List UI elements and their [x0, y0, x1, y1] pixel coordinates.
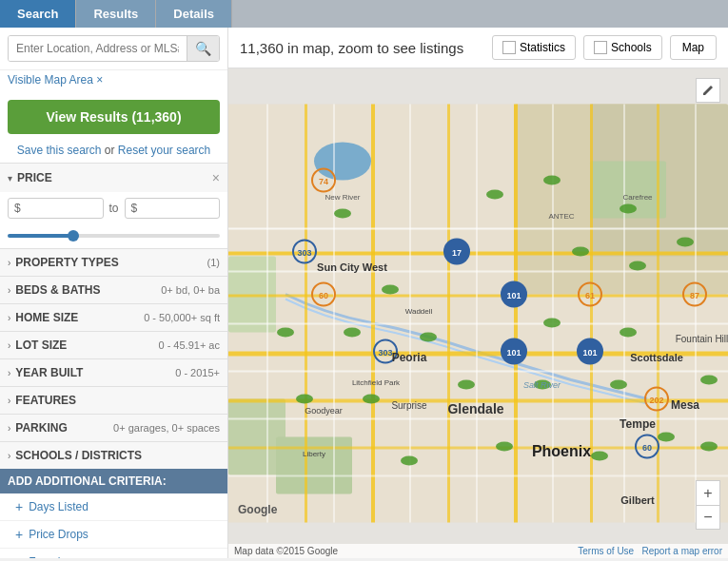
svg-text:60: 60: [642, 443, 652, 453]
reset-search-link[interactable]: Reset your search: [118, 144, 210, 157]
svg-point-3: [314, 143, 371, 181]
svg-text:Tempe: Tempe: [620, 417, 656, 431]
svg-rect-18: [657, 105, 659, 523]
svg-text:New River: New River: [325, 193, 361, 202]
filter-schools-title: SCHOOLS / DISTRICTS: [15, 449, 220, 462]
add-criteria-header: ADD ADDITIONAL CRITERIA:: [0, 469, 227, 493]
svg-point-78: [629, 261, 646, 271]
price-to-input[interactable]: [139, 202, 196, 215]
svg-rect-17: [590, 105, 593, 523]
report-link[interactable]: Report a map error: [642, 546, 722, 556]
tab-results[interactable]: Results: [76, 0, 156, 28]
price-range-slider[interactable]: [8, 234, 220, 238]
filter-price-title: PRICE: [17, 171, 208, 184]
svg-rect-29: [552, 105, 554, 523]
tab-details[interactable]: Details: [156, 0, 232, 28]
statistics-button[interactable]: Statistics: [492, 35, 576, 60]
svg-point-91: [658, 433, 675, 442]
top-tabs: Search Results Details: [0, 0, 728, 28]
svg-point-93: [496, 442, 513, 452]
filter-lot-size-header[interactable]: › LOT SIZE 0 - 45.91+ ac: [0, 332, 227, 358]
filter-parking-title: PARKING: [15, 421, 113, 435]
svg-text:Salt River: Salt River: [523, 380, 561, 390]
svg-rect-21: [228, 323, 728, 325]
map-edit-button[interactable]: [696, 78, 720, 103]
filter-home-size-header[interactable]: › HOME SIZE 0 - 50,000+ sq ft: [0, 304, 227, 331]
svg-text:Glendale: Glendale: [447, 401, 503, 416]
criteria-foreclosures[interactable]: Foreclosures: [0, 549, 227, 558]
map-svg: 60 303 303 74 17 101 101 101 61 202: [228, 68, 728, 558]
price-inputs: $ to $: [0, 192, 227, 224]
svg-text:Liberty: Liberty: [303, 450, 325, 458]
terms-link[interactable]: Terms of Use: [578, 546, 634, 556]
svg-rect-13: [305, 105, 307, 523]
visible-map-area: Visible Map Area ×: [0, 70, 227, 92]
filter-features-header[interactable]: › FEATURES: [0, 387, 227, 414]
svg-text:ANTEC: ANTEC: [548, 212, 574, 221]
map-container[interactable]: 60 303 303 74 17 101 101 101 61 202: [228, 68, 728, 558]
map-count-label: 11,360 in map, zoom to see listings: [240, 40, 484, 56]
svg-point-94: [401, 456, 418, 466]
svg-point-74: [486, 190, 503, 200]
svg-point-88: [610, 380, 627, 390]
view-results-button[interactable]: View Results (11,360): [8, 100, 220, 134]
filter-year-built: › YEAR BUILT 0 - 2015+: [0, 358, 227, 386]
filter-property-types-header[interactable]: › PROPERTY TYPES (1): [0, 249, 227, 276]
sidebar: 🔍 Visible Map Area × View Results (11,36…: [0, 28, 228, 558]
filter-price: ▾ PRICE × $ to $: [0, 163, 227, 248]
svg-rect-25: [266, 105, 268, 523]
svg-text:Google: Google: [238, 503, 278, 516]
svg-rect-16: [514, 105, 518, 523]
chevron-right-icon-7: ›: [8, 423, 10, 434]
svg-text:Phoenix: Phoenix: [532, 443, 591, 459]
svg-point-76: [620, 204, 637, 214]
filter-beds-baths-value: 0+ bd, 0+ ba: [161, 284, 220, 296]
criteria-price-drops[interactable]: Price Drops: [0, 521, 227, 549]
filter-property-types-title: PROPERTY TYPES: [15, 256, 207, 269]
svg-text:Carefree: Carefree: [622, 193, 653, 202]
search-input[interactable]: [9, 36, 187, 61]
svg-rect-19: [228, 228, 728, 230]
chevron-right-icon-8: ›: [8, 451, 10, 461]
map-area: 11,360 in map, zoom to see listings Stat…: [228, 28, 728, 558]
filter-price-header[interactable]: ▾ PRICE ×: [0, 164, 227, 192]
filter-schools-header[interactable]: › SCHOOLS / DISTRICTS: [0, 442, 227, 469]
svg-rect-9: [228, 295, 728, 298]
svg-text:Scottsdale: Scottsdale: [630, 352, 683, 363]
zoom-in-button[interactable]: +: [696, 480, 720, 505]
filter-close-icon[interactable]: ×: [212, 170, 220, 185]
svg-text:87: 87: [690, 291, 699, 300]
filter-parking-header[interactable]: › PARKING 0+ garages, 0+ spaces: [0, 415, 227, 441]
svg-point-80: [382, 285, 399, 295]
svg-point-89: [363, 395, 380, 404]
svg-rect-30: [623, 105, 625, 523]
svg-text:303: 303: [378, 348, 392, 358]
price-from-input[interactable]: [23, 202, 80, 215]
filter-year-built-title: YEAR BUILT: [15, 366, 175, 379]
svg-point-79: [572, 247, 589, 257]
visible-map-link[interactable]: Visible Map Area ×: [8, 73, 103, 87]
map-button[interactable]: Map: [670, 35, 717, 60]
map-controls: [696, 78, 720, 108]
filter-lot-size-title: LOT SIZE: [15, 339, 158, 352]
zoom-out-button[interactable]: −: [696, 505, 720, 530]
save-search-link[interactable]: Save this search: [17, 144, 102, 157]
chevron-right-icon-3: ›: [8, 313, 10, 323]
filter-home-size: › HOME SIZE 0 - 50,000+ sq ft: [0, 303, 227, 331]
filter-features-title: FEATURES: [15, 394, 220, 407]
schools-button[interactable]: Schools: [583, 35, 662, 60]
chevron-right-icon-5: ›: [8, 368, 10, 378]
filter-parking: › PARKING 0+ garages, 0+ spaces: [0, 414, 227, 441]
filter-year-built-header[interactable]: › YEAR BUILT 0 - 2015+: [0, 359, 227, 386]
price-slider: [0, 224, 227, 248]
filter-features: › FEATURES: [0, 386, 227, 414]
svg-text:Mesa: Mesa: [671, 398, 699, 412]
search-button[interactable]: 🔍: [187, 36, 219, 61]
svg-rect-15: [447, 105, 450, 523]
filter-beds-baths-header[interactable]: › BEDS & BATHS 0+ bd, 0+ ba: [0, 277, 227, 303]
svg-point-77: [677, 238, 694, 247]
criteria-days-listed[interactable]: Days Listed: [0, 493, 227, 521]
svg-point-75: [543, 176, 561, 185]
svg-text:Gilbert: Gilbert: [620, 494, 655, 506]
tab-search[interactable]: Search: [0, 0, 76, 28]
